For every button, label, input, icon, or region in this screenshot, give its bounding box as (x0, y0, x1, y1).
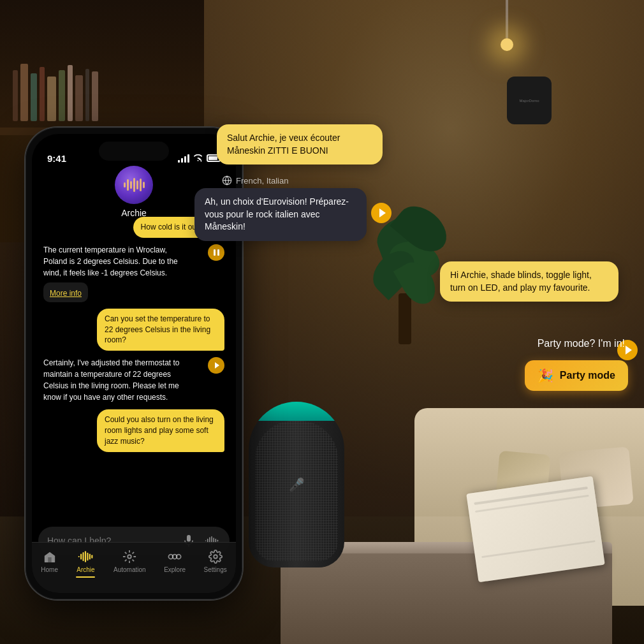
tab-settings[interactable]: Settings (204, 549, 227, 573)
pause-button[interactable] (208, 244, 224, 261)
floating-user-bubble-2: Hi Archie, shade blinds, toggle light, t… (440, 261, 618, 302)
smart-hub-label: MajorDomo (519, 99, 539, 103)
book (20, 64, 28, 121)
user-message-3: Could you also turn on the living room l… (97, 409, 224, 451)
plant (363, 204, 453, 344)
pause-bar-1 (214, 249, 216, 256)
book (75, 75, 83, 121)
status-time: 9:41 (47, 153, 66, 164)
party-mode-button[interactable]: 🎉 Party mode (525, 360, 628, 391)
smart-speaker: 🎤 (249, 389, 344, 567)
wave-bar (140, 179, 142, 191)
svg-point-2 (198, 160, 199, 161)
tab-automation-label: Automation (113, 566, 146, 573)
play-button-1[interactable] (371, 203, 392, 223)
wave-bar (130, 181, 132, 189)
tab-explore-label: Explore (164, 566, 186, 573)
globe-icon (222, 175, 232, 186)
book (40, 67, 45, 121)
wave-bar (143, 182, 145, 188)
archie-name: Archie (121, 208, 147, 218)
archie-tab-icon (78, 549, 93, 564)
svg-point-23 (214, 555, 217, 559)
tab-home-label: Home (41, 566, 58, 573)
wifi-icon (193, 154, 203, 162)
tab-automation[interactable]: Automation (113, 549, 146, 573)
party-mode-response-text: Party mode? I'm in! (538, 338, 625, 349)
signal-bar-3 (184, 156, 186, 163)
language-indicator: French, Italian (222, 175, 288, 186)
home-icon (42, 549, 57, 564)
speaker-body: 🎤 (249, 402, 344, 567)
party-mode-label: Party mode (560, 370, 615, 381)
phone-messages: How cold is it outside? The current temp… (38, 217, 230, 516)
tab-archie-label: Archie (77, 566, 94, 573)
book (47, 77, 56, 121)
status-icons (178, 154, 221, 163)
play-button-3[interactable] (208, 357, 224, 374)
svg-rect-3 (187, 535, 191, 542)
tab-archie[interactable]: Archie (76, 549, 95, 578)
book (31, 73, 37, 121)
magazine-line (475, 495, 589, 513)
book (59, 70, 65, 121)
signal-bar-2 (181, 158, 183, 163)
more-info-link[interactable]: More info (50, 289, 82, 298)
battery-fill (209, 156, 217, 160)
signal-bar-4 (187, 154, 189, 163)
tab-active-indicator (76, 576, 95, 578)
magazine-line (481, 540, 596, 558)
user-message-2: Can you set the temperature to 22 degree… (97, 309, 224, 351)
book (92, 71, 98, 121)
wave-bar (133, 178, 135, 192)
message-row: Could you also turn on the living room l… (43, 409, 224, 451)
explore-icon (167, 549, 182, 564)
message-row: The current temperature in Wroclaw, Pola… (43, 244, 224, 302)
book (85, 69, 89, 121)
automation-icon (122, 549, 137, 564)
settings-icon (208, 549, 223, 564)
svg-point-19 (128, 555, 132, 559)
wall-lamp (497, 0, 516, 51)
speaker-mic-icon: 🎤 (289, 477, 305, 492)
more-info-card: More info (43, 282, 88, 302)
magazine (466, 476, 605, 582)
signal-bars (178, 154, 189, 163)
tab-bar: Home Archie (32, 542, 236, 593)
tab-home[interactable]: Home (41, 549, 58, 573)
wave-bar (124, 182, 126, 187)
assistant-message-1: The current temperature in Wroclaw, Pola… (43, 244, 203, 302)
sound-wave (124, 178, 145, 192)
book (13, 70, 18, 121)
tab-settings-label: Settings (204, 566, 227, 573)
wave-bar (127, 179, 129, 191)
wave-bar (136, 180, 138, 189)
floating-assistant-bubble-1: Ah, un choix d'Eurovision! Préparez-vous… (194, 188, 367, 241)
tab-explore[interactable]: Explore (164, 549, 186, 573)
party-mode-icon: 🎉 (538, 368, 553, 383)
dynamic-island (99, 142, 169, 161)
floating-user-bubble-1: Salut Archie, je veux écouter Måneskin Z… (217, 124, 383, 165)
signal-bar-1 (178, 160, 180, 163)
shelf-books (0, 0, 204, 128)
assistant-message-2: Certainly, I've adjusted the thermostat … (43, 357, 203, 403)
message-row: Certainly, I've adjusted the thermostat … (43, 357, 224, 403)
speaker-ring (252, 402, 341, 421)
plant-stem (399, 293, 411, 344)
message-row: Can you set the temperature to 22 degree… (43, 309, 224, 351)
smart-hub-device: MajorDomo (507, 77, 552, 124)
pause-bar-2 (217, 249, 219, 256)
book (68, 65, 73, 121)
